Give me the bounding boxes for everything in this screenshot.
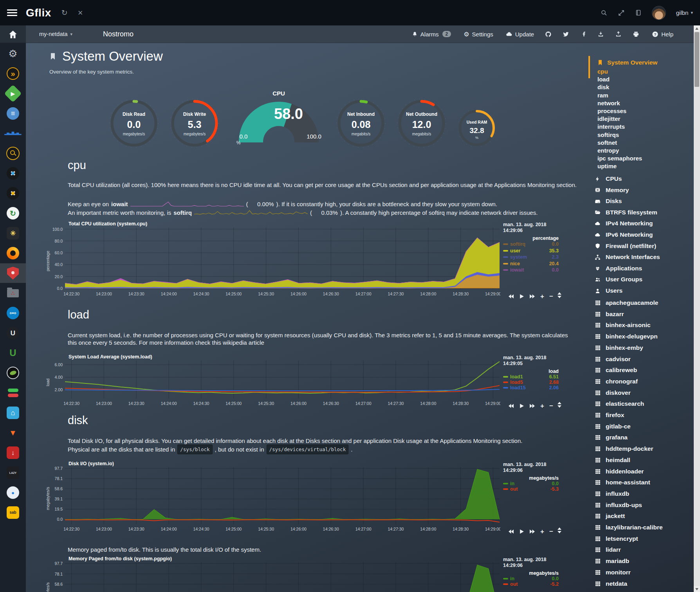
legend-softirq[interactable]: softirq 0.0 xyxy=(503,241,559,248)
menu-item-network[interactable]: network xyxy=(597,100,620,106)
legend-in[interactable]: in 0.0 xyxy=(503,481,559,486)
search-icon[interactable] xyxy=(601,9,608,16)
menu-section-user-groups[interactable]: User Groups xyxy=(594,276,642,283)
help-button[interactable]: ? Help xyxy=(652,31,673,38)
sidebar-app-plex[interactable]: » xyxy=(0,64,26,83)
chart-system.pgpgio[interactable]: Memory Paged from/to disk (system.pgpgio… xyxy=(42,556,569,592)
menu-app-calibreweb[interactable]: calibreweb xyxy=(594,367,637,374)
legend-in[interactable]: in 0.0 xyxy=(503,576,559,581)
sidebar-app-monitorr[interactable] xyxy=(0,383,26,403)
menu-app-cadvisor[interactable]: cadvisor xyxy=(594,356,631,363)
avatar[interactable] xyxy=(652,6,666,20)
menu-section-network-interfaces[interactable]: Network Interfaces xyxy=(594,254,660,261)
alarms-button[interactable]: Alarms 2 xyxy=(412,31,451,38)
sidebar-app-pihole[interactable] xyxy=(0,363,26,383)
zoom-out-icon[interactable]: − xyxy=(549,528,553,535)
sidebar-app-gitlab[interactable]: ▼ xyxy=(0,423,26,443)
menu-section-ipv4-networking[interactable]: IPv4 Networking xyxy=(594,220,653,227)
chart-system.load[interactable]: System Load Average (system.load) load 6… xyxy=(42,354,569,417)
settings-button[interactable]: ⚙ Settings xyxy=(464,31,493,38)
menu-section-firewall-netfilter-[interactable]: Firewall (netfilter) xyxy=(594,243,656,250)
gauge-cpu[interactable]: CPU 58.0 0.0 100.0 % xyxy=(220,87,337,157)
gauge-net-inbound[interactable]: Net Inbound 0.08 megabits/s xyxy=(336,98,386,149)
chart-system.io[interactable]: Disk I/O (system.io) megabytes/s 97.778.… xyxy=(42,461,569,542)
menu-app-hiddenloader[interactable]: hiddenloader xyxy=(594,468,644,475)
legend-iowait[interactable]: iowait 0.0 xyxy=(503,267,559,274)
pan-left-icon[interactable] xyxy=(508,529,514,534)
sidebar-app-jdownloader[interactable]: ↓ xyxy=(0,443,26,462)
print-icon[interactable] xyxy=(633,31,639,38)
menu-icon[interactable] xyxy=(7,8,17,18)
menu-app-binhex-emby[interactable]: binhex-emby xyxy=(594,344,643,351)
menu-app-grafana[interactable]: grafana xyxy=(594,434,628,441)
sidebar-app-airsonic[interactable]: ▂▅▃▇▃▅▂ xyxy=(0,124,26,143)
menu-section-cpus[interactable]: CPUs xyxy=(594,175,622,182)
menu-app-firefox[interactable]: firefox xyxy=(594,412,624,419)
sidebar-app-ubooquity[interactable]: U xyxy=(0,343,26,363)
menu-item-softirqs[interactable]: softirqs xyxy=(597,131,619,138)
sidebar-app-emby[interactable]: ▶ xyxy=(0,84,26,103)
menu-app-mariadb[interactable]: mariadb xyxy=(594,558,629,565)
menu-app-diskover[interactable]: diskover xyxy=(594,389,631,396)
sidebar-app-netdata[interactable] xyxy=(0,263,26,283)
scrollbar-thumb[interactable] xyxy=(695,32,699,87)
menu-section-btrfs-filesystem[interactable]: BTRFS filesystem xyxy=(594,209,657,216)
menu-app-gitlab-ce[interactable]: gitlab-ce xyxy=(594,423,631,430)
play-icon[interactable] xyxy=(519,403,524,408)
sidebar-app-folder-sync[interactable]: ∴ xyxy=(0,283,26,303)
legend-out[interactable]: out -5.2 xyxy=(503,581,559,587)
menu-section-memory[interactable]: Memory xyxy=(594,187,629,194)
update-button[interactable]: Update xyxy=(506,31,534,38)
scroll-up-icon[interactable] xyxy=(694,25,700,31)
legend-load1[interactable]: load1 6.51 xyxy=(503,374,559,380)
menu-app-lazylibrarian-calibre[interactable]: lazylibrarian-calibre xyxy=(594,524,663,531)
pan-right-icon[interactable] xyxy=(529,294,535,299)
sidebar-app-unifi[interactable]: U xyxy=(0,323,26,343)
close-icon[interactable]: × xyxy=(78,9,83,17)
menu-item-ram[interactable]: ram xyxy=(597,92,608,99)
sidebar-app-calibre-library[interactable]: ≡ xyxy=(0,104,26,123)
menu-app-influxdb[interactable]: influxdb xyxy=(594,490,629,497)
refresh-icon[interactable]: ↻ xyxy=(61,9,68,16)
sidebar-app-influxdb[interactable]: ● xyxy=(0,483,26,502)
menu-app-bazarr[interactable]: bazarr xyxy=(594,311,624,318)
sidebar-app-nzbhydra[interactable]: ✳ xyxy=(0,223,26,243)
legend-user[interactable]: user 35.3 xyxy=(503,248,559,254)
gauge-disk-write[interactable]: Disk Write 5.3 megabytes/s xyxy=(169,98,220,149)
menu-app-influxdb-ups[interactable]: influxdb-ups xyxy=(594,502,642,509)
menu-app-jackett[interactable]: jackett xyxy=(594,513,625,520)
user-menu[interactable]: gilbn ▾ xyxy=(676,9,693,16)
resize-handle-icon[interactable] xyxy=(557,292,562,298)
menu-app-lidarr[interactable]: lidarr xyxy=(594,546,621,553)
facebook-icon[interactable] xyxy=(580,31,586,37)
sidebar-app-nextcloud[interactable]: o●o xyxy=(0,303,26,323)
pan-left-icon[interactable] xyxy=(508,294,514,299)
menu-section-ipv6-networking[interactable]: IPv6 Networking xyxy=(594,231,653,238)
scroll-down-icon[interactable] xyxy=(694,586,700,592)
sidebar-app-settings[interactable]: ⚙ xyxy=(0,44,26,63)
menu-item-uptime[interactable]: uptime xyxy=(597,163,617,169)
menu-app-home-assistant[interactable]: home-assistant xyxy=(594,479,650,486)
menu-item-entropy[interactable]: entropy xyxy=(597,147,619,154)
legend-out[interactable]: out -5.3 xyxy=(503,486,559,492)
sidebar-app-radarr[interactable]: ✖ xyxy=(0,184,26,203)
pan-left-icon[interactable] xyxy=(508,403,514,408)
zoom-out-icon[interactable]: − xyxy=(549,293,553,300)
menu-section-users[interactable]: Users xyxy=(594,287,622,294)
import-icon[interactable] xyxy=(597,31,604,38)
gauge-net-outbound[interactable]: Net Outbound 12.0 megabits/s xyxy=(396,98,447,149)
twitter-icon[interactable] xyxy=(563,31,569,38)
menu-item-ipc-semaphores[interactable]: ipc semaphores xyxy=(597,155,642,162)
menu-item-cpu[interactable]: cpu xyxy=(597,68,608,75)
github-icon[interactable] xyxy=(545,31,552,38)
menu-item-processes[interactable]: processes xyxy=(597,108,626,114)
sidebar-app-glances[interactable]: ↻ xyxy=(0,203,26,223)
menu-item-idlejitter[interactable]: idlejitter xyxy=(597,115,620,122)
export-icon[interactable] xyxy=(615,31,622,38)
sidebar-app-jackett[interactable] xyxy=(0,144,26,163)
sidebar-app-grafana[interactable] xyxy=(0,243,26,263)
play-icon[interactable] xyxy=(519,529,524,534)
resize-handle-icon[interactable] xyxy=(557,402,562,408)
menu-section-applications[interactable]: Applications xyxy=(594,265,642,272)
menu-app-hddtemp-docker[interactable]: hddtemp-docker xyxy=(594,445,653,452)
